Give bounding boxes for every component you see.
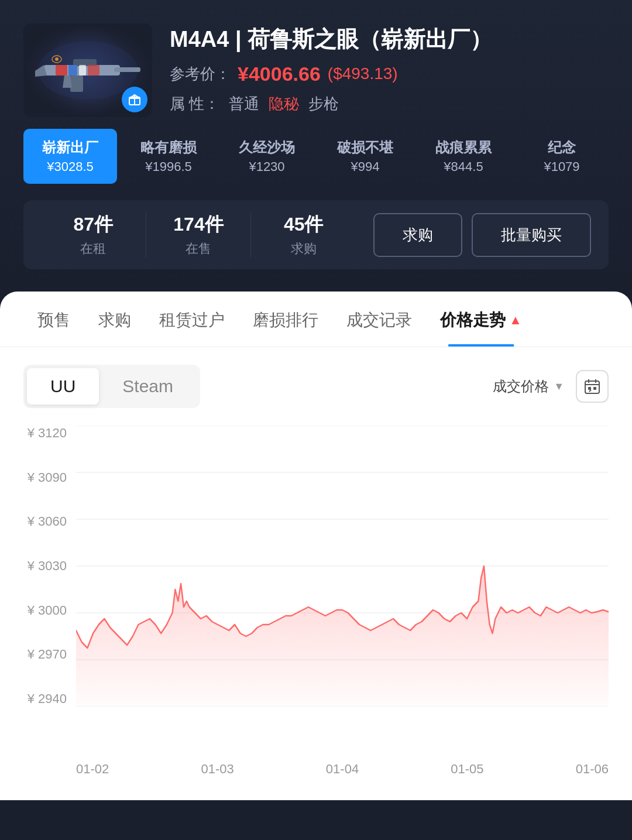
price-cny: ¥4006.66 (238, 63, 321, 85)
attr-label: 属 性： (170, 94, 219, 114)
svg-rect-19 (593, 387, 596, 390)
condition-price-1: ¥1996.5 (138, 159, 199, 174)
source-tab-steam[interactable]: Steam (99, 368, 197, 404)
nav-tab-trend-label: 价格走势 (440, 309, 506, 331)
condition-name-0: 崭新出厂 (40, 138, 101, 157)
source-tab-uu[interactable]: UU (27, 368, 99, 404)
condition-name-4: 战痕累累 (433, 138, 494, 157)
svg-rect-6 (68, 65, 77, 76)
price-type-selector[interactable]: 成交价格 ▼ (493, 377, 564, 396)
source-tabs-row: UU Steam 成交价格 ▼ (23, 365, 609, 408)
condition-price-2: ¥1230 (236, 159, 297, 174)
condition-tab-3[interactable]: 破损不堪 ¥994 (318, 129, 412, 184)
stat-sale: 174件 在售 (146, 212, 252, 258)
item-image-container (23, 23, 152, 117)
condition-name-1: 略有磨损 (138, 138, 199, 157)
nav-tab-rental[interactable]: 租赁过户 (145, 292, 239, 347)
chart-y-axis: ¥ 3120 ¥ 3090 ¥ 3060 ¥ 3030 ¥ 3000 ¥ 297… (23, 426, 75, 707)
y-label-2: ¥ 3060 (23, 514, 75, 529)
x-label-2: 01-04 (326, 762, 359, 777)
item-info: M4A4 | 荷鲁斯之眼（崭新出厂） 参考价： ¥4006.66 ($493.1… (170, 26, 609, 114)
stat-seek-count: 45件 (251, 212, 356, 238)
x-label-1: 01-03 (201, 762, 233, 777)
ref-price-label: 参考价： (170, 64, 231, 84)
nav-tabs: 预售 求购 租赁过户 磨损排行 成交记录 价格走势 ▲ (0, 292, 632, 347)
attr-secret: 隐秘 (269, 94, 299, 114)
trend-up-icon: ▲ (509, 313, 522, 328)
bottom-section: 预售 求购 租赁过户 磨损排行 成交记录 价格走势 ▲ UU Steam (0, 292, 632, 800)
svg-rect-3 (70, 76, 83, 92)
nav-tab-wear[interactable]: 磨损排行 (239, 292, 332, 347)
stat-seek: 45件 求购 (251, 212, 356, 258)
nav-tab-presale[interactable]: 预售 (23, 292, 84, 347)
stat-rent: 87件 在租 (41, 212, 146, 258)
x-label-3: 01-05 (451, 762, 483, 777)
price-row: 参考价： ¥4006.66 ($493.13) (170, 63, 609, 85)
condition-tab-1[interactable]: 略有磨损 ¥1996.5 (122, 129, 215, 184)
y-label-3: ¥ 3030 (23, 558, 75, 574)
stat-sale-count: 174件 (146, 212, 251, 238)
condition-tab-2[interactable]: 久经沙场 ¥1230 (220, 129, 314, 184)
x-label-4: 01-06 (576, 762, 609, 777)
chart-section: UU Steam 成交价格 ▼ (0, 347, 632, 777)
svg-rect-14 (585, 381, 599, 393)
condition-price-3: ¥994 (335, 159, 396, 174)
nav-tab-trend-content: 价格走势 ▲ (440, 309, 522, 331)
y-label-1: ¥ 3090 (23, 470, 75, 485)
price-type-label: 成交价格 (493, 377, 549, 396)
condition-price-0: ¥3028.5 (40, 159, 101, 174)
stats-row: 87件 在租 174件 在售 45件 求购 求购 批量购买 (23, 200, 609, 269)
dropdown-icon: ▼ (554, 380, 564, 393)
stat-sale-label: 在售 (146, 240, 251, 258)
nav-tab-wear-label: 磨损排行 (253, 311, 318, 329)
condition-name-3: 破损不堪 (335, 138, 396, 157)
nav-tab-presale-label: 预售 (37, 311, 70, 329)
x-label-0: 01-02 (76, 762, 109, 777)
nav-tab-seek-label: 求购 (98, 311, 131, 329)
nav-tab-seek[interactable]: 求购 (84, 292, 145, 347)
stat-rent-count: 87件 (41, 212, 146, 238)
svg-rect-7 (79, 65, 86, 76)
action-buttons: 求购 批量购买 (373, 213, 591, 257)
gun-image (32, 38, 143, 102)
price-usd: ($493.13) (328, 64, 398, 83)
y-label-4: ¥ 3000 (23, 603, 75, 618)
chart-svg (76, 426, 609, 707)
nav-tab-trend[interactable]: 价格走势 ▲ (426, 292, 536, 347)
seek-button[interactable]: 求购 (373, 213, 462, 257)
attr-row: 属 性： 普通 隐秘 步枪 (170, 94, 609, 114)
svg-rect-18 (588, 387, 591, 390)
chart-controls: 成交价格 ▼ (493, 370, 609, 403)
item-header: M4A4 | 荷鲁斯之眼（崭新出厂） 参考价： ¥4006.66 ($493.1… (23, 23, 609, 117)
svg-rect-5 (56, 65, 67, 76)
condition-tab-4[interactable]: 战痕累累 ¥844.5 (417, 129, 510, 184)
attr-type: 步枪 (308, 94, 339, 114)
condition-price-5: ¥1079 (531, 159, 592, 174)
x-axis: 01-02 01-03 01-04 01-05 01-06 (23, 762, 609, 777)
attr-normal: 普通 (229, 94, 259, 114)
item-title: M4A4 | 荷鲁斯之眼（崭新出厂） (170, 26, 609, 53)
nav-tab-history-label: 成交记录 (346, 311, 412, 329)
nav-tab-rental-label: 租赁过户 (159, 311, 225, 329)
y-label-6: ¥ 2940 (23, 691, 75, 707)
svg-point-10 (55, 57, 59, 61)
stat-rent-label: 在租 (41, 240, 146, 258)
svg-rect-8 (88, 65, 99, 76)
y-label-5: ¥ 2970 (23, 647, 75, 662)
chart-container: ¥ 3120 ¥ 3090 ¥ 3060 ¥ 3030 ¥ 3000 ¥ 297… (23, 426, 609, 753)
svg-rect-2 (114, 67, 140, 72)
y-label-0: ¥ 3120 (23, 426, 75, 441)
source-tabs: UU Steam (23, 365, 200, 408)
nav-tab-history[interactable]: 成交记录 (332, 292, 426, 347)
bulk-buy-button[interactable]: 批量购买 (472, 213, 591, 257)
calendar-button[interactable] (576, 370, 609, 403)
condition-tab-0[interactable]: 崭新出厂 ¥3028.5 (23, 129, 117, 184)
condition-tab-5[interactable]: 纪念 ¥1079 (515, 129, 609, 184)
condition-name-5: 纪念 (531, 138, 592, 157)
top-section: M4A4 | 荷鲁斯之眼（崭新出厂） 参考价： ¥4006.66 ($493.1… (0, 0, 632, 287)
condition-tabs: 崭新出厂 ¥3028.5 略有磨损 ¥1996.5 久经沙场 ¥1230 破损不… (23, 129, 609, 184)
stat-seek-label: 求购 (251, 240, 356, 258)
condition-price-4: ¥844.5 (433, 159, 494, 174)
condition-name-2: 久经沙场 (236, 138, 297, 157)
